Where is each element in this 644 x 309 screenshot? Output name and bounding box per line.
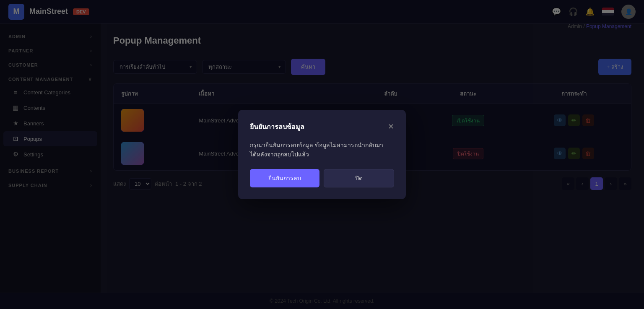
modal-cancel-button[interactable]: ปิด <box>324 169 394 187</box>
modal-overlay[interactable]: ยืนยันการลบข้อมูล ✕ กรุณายืนยันการลบข้อม… <box>0 0 644 309</box>
modal-body-line2: ได้หลังจากถูกลบไปแล้ว <box>250 150 394 159</box>
modal-header: ยืนยันการลบข้อมูล ✕ <box>250 122 394 132</box>
modal-close-button[interactable]: ✕ <box>388 123 394 130</box>
delete-confirmation-modal: ยืนยันการลบข้อมูล ✕ กรุณายืนยันการลบข้อม… <box>238 110 406 200</box>
modal-body-line1: กรุณายืนยันการลบข้อมูล ข้อมูลไม่สามารถนำ… <box>250 140 394 150</box>
modal-confirm-button[interactable]: ยืนยันการลบ <box>250 169 319 187</box>
modal-footer: ยืนยันการลบ ปิด <box>250 169 394 187</box>
modal-body: กรุณายืนยันการลบข้อมูล ข้อมูลไม่สามารถนำ… <box>250 140 394 159</box>
modal-title: ยืนยันการลบข้อมูล <box>250 122 304 132</box>
